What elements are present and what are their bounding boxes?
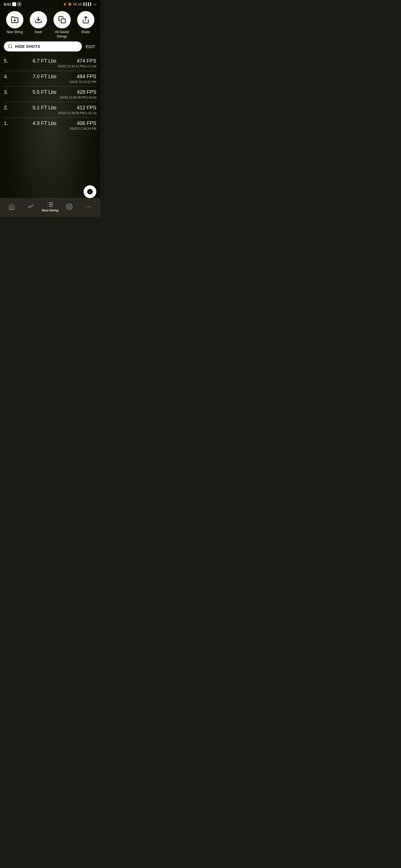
bluetooth-icon: ⚡ [63,2,67,6]
shot-1-fps: 406 FPS [77,121,96,126]
shot-1-main: 1. 4.9 FT Lbs 406 FPS [4,121,96,126]
shot-item-1[interactable]: 1. 4.9 FT Lbs 406 FPS 2/6/25 12:38:24 PM [4,118,96,133]
folder-plus-icon [11,16,19,24]
shot-2-time: 2/6/25 12:38:39 PM [+15.1s] [4,111,96,115]
shot-item-2[interactable]: 2. 5.1 FT Lbs 412 FPS 2/6/25 12:38:39 PM… [4,102,96,118]
share-button[interactable]: Share [75,11,97,34]
share-icon [82,16,90,24]
nav-settings[interactable] [61,204,78,210]
copy-icon [58,16,66,24]
all-saved-strings-button[interactable]: All Saved Strings [51,11,73,39]
shot-item-4[interactable]: 4. 7.0 FT Lbs 484 FPS 2/6/25 12:42:02 PM [4,71,96,87]
more-icon [85,204,92,210]
svg-point-21 [68,206,70,208]
shot-4-main: 4. 7.0 FT Lbs 484 FPS [4,74,96,80]
svg-line-6 [11,48,12,49]
svg-point-24 [90,206,91,207]
shot-item-5[interactable]: 5. 6.7 FT Lbs 474 FPS 2/6/25 12:42:13 PM… [4,55,96,71]
svg-line-11 [33,205,34,206]
shot-3-number: 3. [4,89,12,95]
hide-shots-label: HIDE SHOTS [15,44,40,49]
shot-5-main: 5. 6.7 FT Lbs 474 FPS [4,58,96,64]
calendar-icon: ▦ [17,2,21,6]
shot-item-3[interactable]: 3. 5.5 FT Lbs 428 FPS 2/6/25 12:38:48 PM… [4,87,96,102]
shot-5-fps: 474 FPS [77,58,96,64]
info-button[interactable] [84,185,96,198]
nav-rifle[interactable] [23,204,39,210]
share-label: Share [81,30,90,34]
shot-3-fps: 428 FPS [77,89,96,95]
mute-icon: 🔇 [68,2,72,6]
tiktok-icon: ♪ [12,2,16,6]
battery-icon: ▭ [93,2,96,6]
status-bar: 8:01 ♪ ▦ ⚡ 🔇 5G UC ▍▍▍▍ ▭ [0,0,100,8]
status-time: 8:01 ♪ ▦ [4,2,21,6]
svg-point-23 [88,206,89,207]
new-string-circle [6,11,23,28]
save-label: Save [34,30,42,34]
shot-5-time: 2/6/25 12:42:13 PM [+11.0s] [4,65,96,68]
shot-1-number: 1. [4,121,12,126]
search-row: HIDE SHOTS EDIT [0,41,100,52]
shot-3-main: 3. 5.5 FT Lbs 428 FPS [4,89,96,95]
svg-point-5 [8,44,12,48]
shot-4-fps: 484 FPS [77,74,96,80]
svg-line-12 [31,207,32,208]
shot-1-energy: 4.9 FT Lbs [12,121,77,126]
shot-2-fps: 412 FPS [77,105,96,111]
hide-shots-button[interactable]: HIDE SHOTS [4,41,82,52]
new-string-label: New String [6,30,23,34]
search-icon [8,44,13,49]
download-icon [34,16,42,24]
shot-3-time: 2/6/25 12:38:48 PM [+8.6s] [4,96,96,99]
nav-home[interactable] [3,204,20,210]
settings-icon [66,204,73,210]
new-string-button[interactable]: New String [4,11,26,34]
shot-string-nav-label: Shot String [42,209,58,212]
save-circle [30,11,47,28]
shot-2-main: 2. 5.1 FT Lbs 412 FPS [4,105,96,111]
save-button[interactable]: Save [27,11,50,34]
home-icon [8,204,15,210]
all-saved-circle [54,11,71,28]
share-circle [77,11,94,28]
shot-3-energy: 5.5 FT Lbs [12,89,77,95]
network-indicator: 5G UC [73,2,82,6]
shot-5-number: 5. [4,58,12,64]
action-row: New String Save All Saved Strings [0,8,100,41]
shot-list: 5. 6.7 FT Lbs 474 FPS 2/6/25 12:42:13 PM… [0,55,100,198]
time-display: 8:01 [4,2,11,6]
rifle-icon [28,204,34,210]
svg-point-22 [86,206,87,207]
bottom-nav: Shot String [0,198,100,217]
svg-rect-14 [29,207,30,208]
shot-5-energy: 6.7 FT Lbs [12,58,77,64]
nav-more[interactable] [80,204,97,210]
shot-1-time: 2/6/25 12:38:24 PM [4,127,96,130]
shot-4-time: 2/6/25 12:42:02 PM [4,80,96,84]
edit-button[interactable]: EDIT [85,43,96,50]
svg-line-13 [30,207,31,207]
svg-rect-3 [61,19,65,23]
signal-icon: ▍▍▍▍ [84,2,92,6]
list-icon [47,201,54,208]
all-saved-label: All Saved Strings [51,30,73,39]
shot-2-number: 2. [4,105,12,111]
shot-4-energy: 7.0 FT Lbs [12,74,77,80]
shot-2-energy: 5.1 FT Lbs [12,105,77,111]
info-icon [87,188,93,195]
status-icons: ⚡ 🔇 5G UC ▍▍▍▍ ▭ [63,2,96,6]
shot-4-number: 4. [4,74,12,80]
nav-shot-string[interactable]: Shot String [42,201,58,212]
